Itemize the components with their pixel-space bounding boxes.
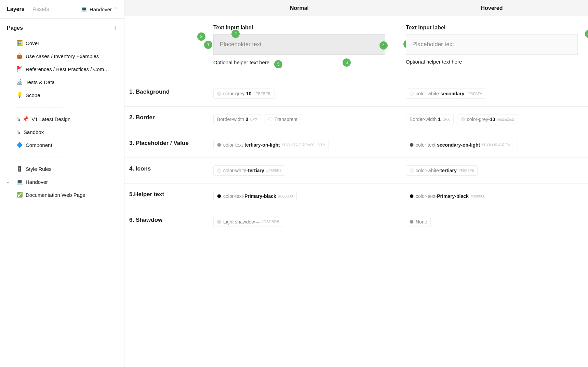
swatch-icon — [410, 143, 414, 147]
annotation-badge-5: 5 — [274, 60, 282, 68]
page-icon: 🔬 — [16, 79, 23, 85]
expand-icon: ⌄ — [6, 180, 9, 184]
spec-row: 1. Backgroundcolor-grey-10#EBEBEBcolor-w… — [124, 81, 588, 106]
pages-title: Pages — [7, 25, 23, 31]
swatch-icon — [410, 220, 414, 224]
swatch-icon — [410, 194, 414, 198]
helper-text: Optional helper text here — [406, 59, 578, 65]
page-item[interactable]: 🚩References / Best Practices / Com… — [0, 63, 124, 76]
page-icon: 🚩 — [16, 66, 23, 72]
page-item[interactable]: 💡Scope — [0, 89, 124, 101]
pages-header: Pages + — [0, 19, 124, 36]
design-token: color-text-tertiary-on-light$COLOR-GREY-… — [213, 140, 329, 150]
page-icon: 💡 — [16, 92, 23, 98]
file-selector[interactable]: 💻 Handover ⌃ — [81, 6, 117, 12]
page-item[interactable]: 🖼️Cover — [0, 37, 124, 50]
annotation-badge-4: 4 — [379, 41, 388, 50]
swatch-icon — [217, 220, 221, 224]
design-token: Border-width 12px — [406, 114, 454, 124]
spec-row: 3. Placeholder / Valuecolor-text-tertiar… — [124, 132, 588, 158]
spec-row: 2. BorderBorder-width 00pxTransprentBord… — [124, 106, 588, 132]
spec-row: 6. ShawdowLight shawdow --#DBDBDBNone — [124, 209, 588, 234]
page-label: Documentation Web Page — [26, 192, 85, 198]
design-token: color-grey-10#EBEBEB — [213, 89, 275, 99]
page-label: Use cases / Inventory Examples — [26, 53, 99, 59]
spec-hovered: Border-width 12pxcolor-grey-10#EBEBEB — [396, 114, 588, 124]
spec-name: 6. Shawdow — [124, 217, 203, 227]
design-token: Border-width 00px — [213, 114, 261, 124]
page-icon: 👜 — [16, 53, 23, 59]
spec-name: 4. Icons — [124, 165, 203, 176]
swatch-icon — [410, 168, 414, 173]
spec-row: 4. Iconscolor-white-tertiary#F5F5F5color… — [124, 158, 588, 183]
placeholder-text: Placeholder text — [412, 41, 454, 48]
canvas[interactable]: Normal Hovered Text input label Placehol… — [124, 0, 588, 367]
design-token: None — [406, 217, 431, 227]
file-name: Handover — [90, 6, 112, 12]
design-token: color-white-tertiary#F5F5F5 — [213, 165, 285, 176]
design-token: Transprent — [265, 114, 301, 124]
page-item[interactable]: ⌄💻Handover — [0, 175, 124, 188]
add-page-button[interactable]: + — [113, 24, 117, 32]
page-icon: ↘ 📌 — [16, 116, 29, 122]
spec-row: 5.Helper textcolor-text-Primary-black#00… — [124, 183, 588, 209]
helper-text: Optional helper text here 5 — [213, 59, 385, 67]
spec-normal: color-white-tertiary#F5F5F5 — [203, 165, 396, 176]
spec-name: 3. Placeholder / Value — [124, 140, 203, 150]
page-item[interactable]: ✅Documentation Web Page — [0, 188, 124, 201]
page-label: Cover — [26, 40, 39, 46]
page-list: 🖼️Cover👜Use cases / Inventory Examples🚩R… — [0, 36, 124, 201]
spec-hovered: None — [396, 217, 588, 227]
sidebar-tabs: Layers Assets 💻 Handover ⌃ — [0, 0, 124, 19]
page-label: Style Rules — [26, 166, 52, 172]
design-token: color-text-Primary-black#000000 — [406, 191, 489, 201]
spec-hovered: color-text-Primary-black#000000 — [396, 191, 588, 201]
page-icon: ↘ — [16, 129, 21, 135]
page-item[interactable]: 🔬Tests & Data — [0, 76, 124, 89]
page-icon: 🔷 — [16, 142, 23, 148]
spec-name: 1. Background — [124, 89, 203, 99]
input-label: Text input label — [213, 25, 385, 31]
file-icon: 💻 — [81, 6, 88, 12]
swatch-icon — [217, 168, 221, 173]
page-item[interactable]: ↘ 📌V1 Latest Design — [0, 112, 124, 125]
swatch-icon — [268, 117, 272, 121]
text-input-hovered[interactable]: Placeholder text 2 — [406, 34, 578, 55]
swatch-icon — [217, 143, 221, 147]
page-item[interactable]: 🔷Component — [0, 138, 124, 151]
example-hovered: Text input label Placeholder text 2 Opti… — [396, 25, 588, 67]
spec-name: 2. Border — [124, 114, 203, 124]
example-normal: Text input label Placeholder text 2 1 3 … — [203, 25, 396, 67]
sidebar: Layers Assets 💻 Handover ⌃ Pages + 🖼️Cov… — [0, 0, 124, 367]
page-label: Sandbox — [24, 129, 44, 135]
page-label: Scope — [26, 92, 40, 98]
swatch-icon — [217, 194, 221, 198]
text-input-normal[interactable]: Placeholder text 2 1 3 3 4 6 — [213, 34, 385, 55]
design-token: color-white-secondary#FAFAFA — [406, 89, 486, 99]
column-hovered: Hovered — [396, 5, 588, 11]
tab-layers[interactable]: Layers — [7, 6, 25, 12]
column-normal: Normal — [203, 5, 396, 11]
annotation-badge-1: 1 — [204, 41, 212, 49]
chevron-up-icon: ⌃ — [114, 7, 117, 12]
tab-assets[interactable]: Assets — [33, 6, 49, 12]
placeholder-text: Placeholder text — [220, 41, 262, 48]
page-label: Tests & Data — [26, 79, 55, 85]
annotation-badge-2: 2 — [585, 30, 588, 38]
design-token: color-text-Primary-black#000000 — [213, 191, 297, 201]
page-item[interactable]: ↘Sandbox — [0, 125, 124, 138]
page-item[interactable]: 🚦Style Rules — [0, 162, 124, 175]
annotation-badge-3: 3 — [197, 32, 205, 41]
page-item[interactable]: 👜Use cases / Inventory Examples — [0, 50, 124, 63]
page-icon: 💻 — [16, 179, 23, 185]
page-icon: ✅ — [16, 192, 23, 198]
design-token: color-grey-10#EBEBEB — [457, 114, 518, 124]
swatch-icon — [461, 117, 465, 121]
spec-hovered: color-white-tertiary#F5F5F5 — [396, 165, 588, 176]
swatch-icon — [217, 92, 221, 96]
annotation-badge-2: 2 — [231, 30, 240, 38]
page-icon: 🚦 — [16, 166, 23, 172]
page-label: References / Best Practices / Com… — [26, 66, 109, 72]
page-label: V1 Latest Design — [31, 116, 70, 122]
spec-normal: color-text-tertiary-on-light$COLOR-GREY-… — [203, 140, 396, 150]
